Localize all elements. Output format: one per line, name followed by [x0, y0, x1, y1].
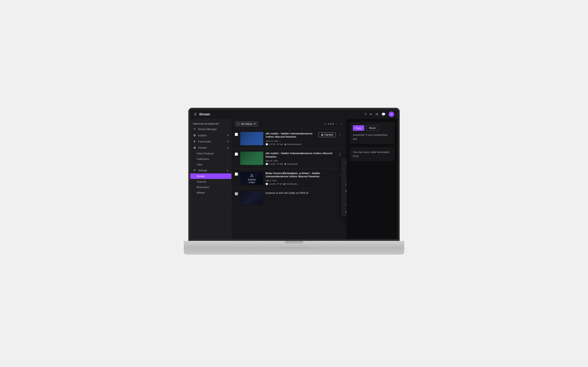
- video-thumb-3: ⚠ Expiring 5 days: [240, 172, 263, 185]
- video-info-4: Usamos el arte del Cádiz en FIFA 21: [266, 191, 343, 195]
- sidebar-item-community[interactable]: ♟ Community ▼: [190, 138, 232, 144]
- top-bar-right: ? ✦ ✉ 💬 U: [364, 111, 394, 117]
- menu-item-download[interactable]: ⬇ Download: [342, 174, 346, 181]
- video-checkbox-2[interactable]: [235, 152, 238, 156]
- screen-bezel: ☰ Stream ? ✦ ✉ 💬 U CREATOR DASHBOARD: [188, 108, 400, 241]
- video-title-3: Modo Carrera Birmingham, ¡a fichar! - !t…: [266, 172, 335, 178]
- video-item-2: ¡He vuelto! - !twitter !retosmodocarrera…: [232, 149, 346, 169]
- sidebar-item-insights[interactable]: ▦ Insights ▼: [190, 132, 232, 138]
- menu-item-add-to[interactable]: + Add to ›: [342, 167, 346, 174]
- sidebar-item-settings[interactable]: ⚙ Settings ▲: [190, 167, 232, 173]
- video-actions-2: ⋮: [337, 152, 343, 157]
- menu-item-unpublish[interactable]: ⊘ Unpublish: [342, 201, 346, 208]
- video-item-3: ⚠ Expiring 5 days Modo Carrera Birmingha…: [232, 169, 346, 189]
- chat-icon[interactable]: 💬: [381, 112, 385, 116]
- top-bar: ☰ Stream ? ✦ ✉ 💬 U: [190, 110, 398, 119]
- mail-icon[interactable]: ✉: [376, 112, 378, 116]
- more-button-2[interactable]: ⋮: [337, 152, 343, 157]
- filter-chevron-icon: ▼: [254, 123, 256, 125]
- settings-icon: ⚙: [193, 169, 196, 172]
- video-checkbox-3[interactable]: [235, 173, 238, 176]
- video-title-2: ¡He vuelto! - !twitter !retosmodocarrera…: [266, 152, 335, 158]
- menu-item-watch[interactable]: ▶ Watch: [342, 188, 346, 194]
- context-menu: ✏ Edit + Add to › ⬇ Down: [342, 159, 346, 216]
- reset-button[interactable]: Reset: [366, 125, 379, 131]
- page-next-button[interactable]: ›: [340, 122, 343, 126]
- copy-button[interactable]: Copy: [353, 125, 364, 131]
- sidebar-item-stream-manager[interactable]: ⟳ Stream Manager: [190, 126, 232, 132]
- unpublish-icon: ⊘: [345, 203, 346, 206]
- laptop-notch: [285, 241, 303, 244]
- video-meta-3: May 3, 2021 🕐 1:18:46 👁 99 ▣ Past Broadc…: [266, 179, 335, 186]
- sidebar-subitem-clips[interactable]: Clips: [190, 162, 232, 167]
- add-to-icon: +: [345, 169, 346, 172]
- video-thumb-2: [240, 152, 263, 165]
- video-info-2: ¡He vuelto! - !twitter !retosmodocarrera…: [266, 152, 335, 166]
- filter-button[interactable]: ☐ All Videos ▼: [235, 121, 258, 127]
- export-icon: ⬆: [345, 196, 346, 200]
- video-title-1: ¡He vuelto! - !twitter !retosmodocarrera…: [266, 132, 316, 139]
- help-icon[interactable]: ?: [364, 112, 366, 116]
- card1-text: connected. If your troubleshoot and: [353, 133, 391, 141]
- settings-chevron: ▲: [227, 169, 229, 172]
- sidebar-subitem-moderation[interactable]: Moderation: [190, 184, 232, 190]
- insights-icon: ▦: [193, 134, 196, 137]
- community-icon: ♟: [193, 140, 196, 143]
- content-area: ☐ All Videos ▼ 1 - 4 of 4 ‹ ›: [232, 119, 398, 239]
- card2-text: You may never cable termination of ng: [353, 150, 391, 158]
- magic-icon[interactable]: ✦: [370, 112, 372, 116]
- sidebar-subitem-affiliate[interactable]: Affiliate: [190, 190, 232, 195]
- menu-item-export[interactable]: ⬆ Export: [342, 194, 346, 201]
- sidebar-subitem-video-producer[interactable]: Video Producer: [190, 151, 232, 156]
- video-panel-header: ☐ All Videos ▼ 1 - 4 of 4 ‹ ›: [232, 119, 346, 129]
- video-thumb-1: [240, 132, 263, 145]
- video-item-1: ¡He vuelto! - !twitter !retosmodocarrera…: [232, 129, 346, 149]
- laptop-container: ☰ Stream ? ✦ ✉ 💬 U CREATOR DASHBOARD: [184, 108, 404, 259]
- screen-content: ☰ Stream ? ✦ ✉ 💬 U CREATOR DASHBOARD: [190, 110, 398, 239]
- stream-manager-icon: ⟳: [193, 127, 196, 131]
- menu-item-highlight[interactable]: ▦ Highlight: [342, 181, 346, 188]
- video-meta-1: June 13, 2021 🕐 1:37:52 👁 148 ▣ Past Bro…: [266, 140, 316, 146]
- avatar[interactable]: U: [389, 111, 394, 117]
- sidebar-subitem-stream[interactable]: Stream: [190, 173, 232, 179]
- community-chevron: ▼: [227, 140, 229, 143]
- more-button-1[interactable]: ⋮: [337, 132, 343, 137]
- sidebar-item-content[interactable]: ▣ Content ▲: [190, 144, 232, 151]
- pagination-info: 1 - 4 of 4 ‹ ›: [324, 122, 343, 126]
- right-panel: Copy Reset connected. If your troublesho…: [346, 119, 398, 239]
- menu-item-edit[interactable]: ✏ Edit: [342, 160, 346, 167]
- video-actions-1: ▦ Highlight ⋮: [319, 132, 343, 137]
- highlight-icon-1: ▦: [321, 133, 323, 136]
- sidebar-subitem-channel[interactable]: Channel: [190, 179, 232, 184]
- top-bar-left: ☰ Stream: [194, 112, 210, 116]
- expiring-overlay: ⚠ Expiring 5 days: [240, 172, 263, 185]
- menu-item-delete[interactable]: 🗑 Delete: [342, 208, 346, 215]
- video-item-4: Usamos el arte del Cádiz en FIFA 21: [232, 189, 346, 208]
- sidebar-subitem-collections[interactable]: Collections: [190, 156, 232, 162]
- edit-icon: ✏: [345, 162, 346, 165]
- laptop-ventilation: [280, 248, 308, 248]
- content-chevron: ▲: [227, 147, 229, 149]
- video-info-3: Modo Carrera Birmingham, ¡a fichar! - !t…: [266, 172, 335, 186]
- insights-chevron: ▼: [227, 134, 229, 136]
- video-info-1: ¡He vuelto! - !twitter !retosmodocarrera…: [266, 132, 316, 146]
- download-icon: ⬇: [345, 176, 346, 179]
- copy-reset-row: Copy Reset: [353, 125, 391, 131]
- video-checkbox-4[interactable]: [235, 192, 238, 195]
- highlight-button-1[interactable]: ▦ Highlight: [319, 132, 336, 137]
- warning-icon: ⚠: [250, 173, 254, 178]
- sidebar-collapse-icon[interactable]: ←: [226, 123, 229, 125]
- content-icon: ▣: [193, 146, 196, 149]
- highlight-menu-icon: ▦: [345, 183, 346, 186]
- right-panel-card-1: Copy Reset connected. If your troublesho…: [350, 122, 395, 144]
- page-prev-button[interactable]: ‹: [336, 122, 338, 126]
- laptop-base: [184, 241, 404, 255]
- delete-icon: 🗑: [345, 210, 346, 213]
- hamburger-icon[interactable]: ☰: [194, 112, 197, 116]
- sidebar-section-label: CREATOR DASHBOARD ←: [190, 121, 232, 126]
- settings-submenu: Stream Channel Moderation Affiliate: [190, 173, 232, 195]
- video-panel: ☐ All Videos ▼ 1 - 4 of 4 ‹ ›: [232, 119, 346, 239]
- top-bar-title: Stream: [199, 112, 210, 116]
- video-title-4: Usamos el arte del Cádiz en FIFA 21: [266, 191, 343, 194]
- video-checkbox-1[interactable]: [235, 133, 238, 136]
